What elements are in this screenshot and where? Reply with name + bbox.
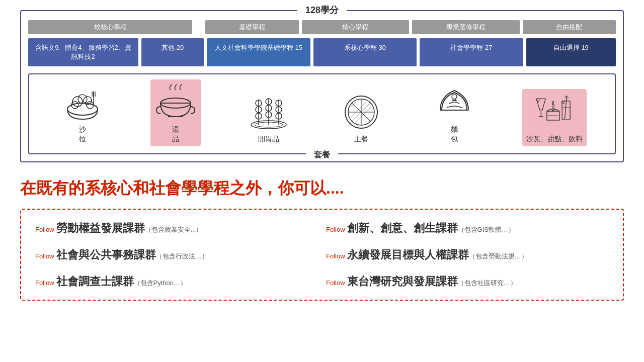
- follow-box: Follow勞動權益發展課群（包含就業安全...） Follow創新、創意、創生…: [20, 209, 624, 301]
- dessert-icon: [534, 92, 575, 132]
- follow-grid: Follow勞動權益發展課群（包含就業安全...） Follow創新、創意、創生…: [31, 215, 613, 295]
- appetizer-label: 開胃品: [258, 134, 279, 143]
- follow-sub-0: （包含就業安全...）: [145, 226, 203, 233]
- main-icon: [341, 92, 381, 132]
- salad-icon: [62, 82, 103, 123]
- credits-frame: 128學分 校核心學程 基礎學程 核心學程 專業選修學程 自由搭配 含語文9、體…: [20, 10, 624, 162]
- follow-main-0: 勞動權益發展課群: [56, 222, 145, 234]
- follow-item-4: Follow社會調查士課群（包含Python…）: [31, 268, 322, 295]
- svg-point-37: [452, 94, 457, 99]
- svg-rect-45: [552, 104, 554, 110]
- cat-header-5: 自由搭配: [523, 20, 616, 34]
- follow-sub-4: （包含Python…）: [134, 279, 187, 287]
- svg-point-0: [67, 103, 98, 115]
- meal-dessert: 沙瓦、甜點、飲料: [522, 89, 587, 146]
- salad-label: 沙拉: [79, 125, 86, 143]
- follow-label-1: Follow: [326, 226, 345, 233]
- cat-header-4: 專業選修學程: [412, 20, 520, 34]
- cat-header-3: 核心學程: [302, 20, 410, 34]
- meal-bread: 麵包: [429, 79, 479, 146]
- bread-icon: [434, 82, 474, 123]
- follow-main-1: 創新、創意、創生課群: [347, 222, 458, 234]
- follow-label-0: Follow: [35, 226, 54, 233]
- follow-main-5: 東台灣研究與發展課群: [347, 275, 458, 288]
- follow-main-3: 永續發展目標與人權課群: [347, 248, 469, 261]
- subitems-row: 含語文9、體育4、服務學習2、資訊科技2 其他 20 人文社會科學學院基礎學程 …: [28, 38, 616, 66]
- meals-section: 沙拉: [28, 73, 616, 154]
- follow-label-3: Follow: [326, 252, 345, 260]
- meal-salad: 沙拉: [57, 79, 108, 146]
- meals-row: 沙拉: [36, 79, 608, 146]
- follow-sub-3: （包含勞動法規…）: [469, 252, 528, 260]
- subitem-other: 其他 20: [141, 38, 204, 66]
- main-heading: 在既有的系核心和社會學學程之外，你可以....: [20, 177, 624, 200]
- subitem-lang: 含語文9、體育4、服務學習2、資訊科技2: [28, 38, 138, 66]
- cat-header-2: 基礎學程: [205, 20, 298, 34]
- subitem-free: 自由選擇 19: [526, 38, 616, 66]
- subitem-hum: 人文社會科學學院基礎學程 15: [207, 38, 310, 66]
- bottom-section: 在既有的系核心和社會學學程之外，你可以.... Follow勞動權益發展課群（包…: [20, 177, 624, 301]
- follow-label-5: Follow: [326, 279, 345, 287]
- cat-header-1: 校核心學程: [28, 20, 192, 34]
- subitem-core: 系核心學程 30: [313, 38, 417, 66]
- follow-item-2: Follow社會與公共事務課群（包含行政法…）: [31, 241, 322, 268]
- dessert-label: 沙瓦、甜點、飲料: [526, 134, 583, 143]
- follow-main-2: 社會與公共事務課群: [56, 248, 156, 261]
- meal-main: 主餐: [336, 89, 386, 146]
- meal-soup: 湯品: [150, 79, 201, 146]
- credits-title: 128學分: [297, 4, 347, 16]
- follow-sub-2: （包含行政法…）: [156, 252, 208, 260]
- follow-main-4: 社會調查士課群: [56, 275, 134, 288]
- follow-label-2: Follow: [35, 252, 54, 260]
- categories-row: 校核心學程 基礎學程 核心學程 專業選修學程 自由搭配: [28, 20, 616, 34]
- follow-item-0: Follow勞動權益發展課群（包含就業安全...）: [31, 215, 322, 241]
- follow-item-1: Follow創新、創意、創生課群（包含GIS軟體…）: [322, 215, 613, 241]
- soup-icon: [155, 82, 196, 123]
- appetizer-icon: [249, 92, 289, 132]
- meal-appetizer: 開胃品: [244, 89, 294, 146]
- subitem-soc: 社會學學程 27: [420, 38, 523, 66]
- follow-item-5: Follow東台灣研究與發展課群（包含社區研究…）: [322, 268, 613, 295]
- follow-item-3: Follow永續發展目標與人權課群（包含勞動法規…）: [322, 241, 613, 268]
- follow-label-4: Follow: [35, 279, 54, 287]
- soup-label: 湯品: [172, 125, 179, 143]
- meals-title: 套餐: [306, 150, 338, 160]
- follow-sub-5: （包含社區研究…）: [458, 279, 517, 287]
- main-label: 主餐: [354, 134, 368, 143]
- svg-marker-39: [536, 99, 545, 110]
- bread-label: 麵包: [451, 125, 458, 143]
- follow-sub-1: （包含GIS軟體…）: [458, 226, 515, 233]
